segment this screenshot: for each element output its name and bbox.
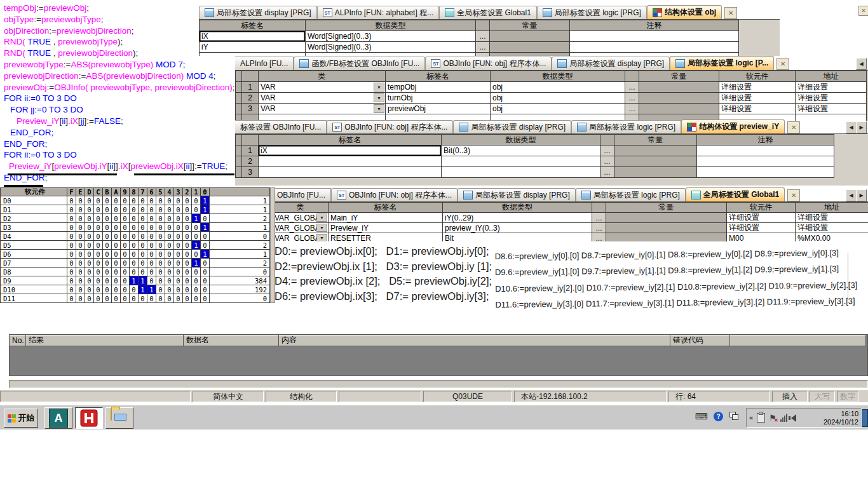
monitor-bit-cell[interactable]: 1 [130, 276, 139, 285]
tab[interactable]: 函数/FB标签设置 OBJInfo [FU... [294, 57, 425, 70]
tab-scroll-left-icon[interactable]: ◀ [846, 121, 857, 133]
monitor-row[interactable]: D800000000000000000 [0, 268, 270, 276]
volume-icon[interactable] [791, 414, 796, 422]
keyboard-icon[interactable]: ⌨ [695, 412, 708, 421]
monitor-bit-cell[interactable]: 0 [165, 250, 174, 259]
monitor-bit-cell[interactable]: 1 [201, 205, 210, 214]
monitor-bit-cell[interactable]: 0 [94, 276, 103, 285]
tab-scroll-right-icon[interactable]: ▶ [856, 189, 867, 201]
monitor-bit-cell[interactable]: 0 [183, 285, 192, 294]
monitor-bit-cell[interactable]: 0 [174, 259, 183, 268]
monitor-bit-cell[interactable]: 0 [121, 250, 130, 259]
detail-dots-button[interactable]: ... [592, 213, 606, 223]
monitor-bit-cell[interactable]: 0 [121, 232, 130, 241]
monitor-bit-cell[interactable]: 0 [139, 223, 147, 232]
monitor-bit-cell[interactable]: 0 [94, 205, 103, 214]
monitor-bit-cell[interactable]: 0 [94, 285, 103, 294]
chevron-down-icon[interactable]: ▼ [316, 234, 327, 241]
monitor-bit-cell[interactable]: 0 [94, 250, 103, 259]
monitor-bit-cell[interactable]: 0 [112, 241, 121, 250]
monitor-bit-cell[interactable]: 0 [121, 259, 130, 268]
monitor-bit-cell[interactable]: 0 [103, 205, 112, 214]
tab[interactable]: ALPInfo [FU... [235, 57, 294, 70]
monitor-bit-cell[interactable]: 0 [165, 196, 174, 205]
monitor-bit-cell[interactable]: 0 [112, 196, 121, 205]
monitor-bit-cell[interactable]: 0 [85, 196, 94, 205]
monitor-bit-cell[interactable]: 0 [165, 205, 174, 214]
monitor-bit-cell[interactable]: 0 [174, 268, 183, 276]
tab-close-button[interactable]: ✕ [787, 121, 800, 133]
monitor-bit-cell[interactable]: 1 [201, 250, 210, 259]
monitor-bit-cell[interactable]: 0 [76, 232, 85, 241]
monitor-bit-cell[interactable]: 1 [192, 241, 201, 250]
monitor-bit-cell[interactable]: 0 [67, 250, 76, 259]
tab[interactable]: 全局标签设置 Global1 [686, 187, 785, 201]
monitor-bit-cell[interactable]: 0 [165, 232, 174, 241]
monitor-bit-cell[interactable]: 0 [201, 241, 210, 250]
monitor-row[interactable]: D700000000000000102 [0, 259, 270, 268]
monitor-bit-cell[interactable]: 0 [67, 232, 76, 241]
monitor-bit-cell[interactable]: 0 [103, 232, 112, 241]
monitor-bit-cell[interactable]: 0 [156, 214, 165, 223]
tab-scroll-right-icon[interactable]: ▶ [856, 121, 867, 133]
monitor-bit-cell[interactable]: 0 [67, 285, 76, 294]
monitor-bit-cell[interactable]: 0 [174, 214, 183, 223]
detail-dots-button[interactable]: ... [625, 104, 639, 114]
monitor-bit-cell[interactable]: 0 [85, 205, 94, 214]
monitor-bit-cell[interactable]: 0 [147, 205, 156, 214]
tab[interactable]: 局部标签设置 logic [P... [670, 56, 774, 70]
window-switcher-icon[interactable] [729, 412, 738, 419]
monitor-bit-cell[interactable]: 0 [147, 196, 156, 205]
taskbar-app-folder[interactable] [105, 407, 133, 429]
detail-dots-button[interactable]: ... [476, 42, 490, 53]
monitor-bit-cell[interactable]: 0 [183, 294, 192, 303]
monitor-bit-cell[interactable]: 0 [147, 214, 156, 223]
monitor-bit-cell[interactable]: 0 [130, 241, 139, 250]
table-cell[interactable]: 详细设置 [796, 82, 867, 93]
monitor-bit-cell[interactable]: 0 [156, 232, 165, 241]
monitor-row[interactable]: D90000000110000000384 [0, 276, 270, 285]
monitor-bit-cell[interactable]: 0 [112, 214, 121, 223]
tab-close-button[interactable]: ✕ [724, 7, 737, 19]
monitor-bit-cell[interactable]: 0 [94, 232, 103, 241]
tab[interactable]: 局部标签设置 display [PRG] [199, 6, 317, 19]
table-cell[interactable]: 详细设置 [796, 93, 867, 104]
monitor-bit-cell[interactable]: 0 [103, 241, 112, 250]
monitor-bit-cell[interactable]: 0 [201, 214, 210, 223]
monitor-bit-cell[interactable]: 0 [85, 276, 94, 285]
monitor-bit-cell[interactable]: 0 [192, 205, 201, 214]
monitor-bit-cell[interactable]: 0 [103, 196, 112, 205]
monitor-bit-cell[interactable]: 0 [156, 268, 165, 276]
monitor-bit-cell[interactable]: 0 [147, 294, 156, 303]
monitor-bit-cell[interactable]: 0 [67, 268, 76, 276]
type-dropdown[interactable]: VAR_GLOBAL▼ [273, 233, 329, 241]
taskbar-app-gx-works[interactable] [75, 407, 103, 429]
monitor-bit-cell[interactable]: 0 [85, 259, 94, 268]
monitor-bit-cell[interactable]: 0 [130, 250, 139, 259]
tab[interactable]: 局部标签设置 display [PRG] [458, 188, 576, 201]
tab-scroll-left-icon[interactable]: ◀ [846, 189, 857, 201]
chevron-down-icon[interactable]: ▼ [316, 214, 327, 222]
monitor-bit-cell[interactable]: 0 [76, 268, 85, 276]
monitor-bit-cell[interactable]: 0 [139, 241, 147, 250]
monitor-bit-cell[interactable]: 0 [130, 205, 139, 214]
table-cell[interactable]: 详细设置 [719, 104, 796, 114]
start-button[interactable]: 开始 [4, 409, 38, 428]
signal-strength-icon[interactable] [780, 414, 787, 422]
monitor-bit-cell[interactable]: 0 [112, 294, 121, 303]
monitor-bit-cell[interactable]: 0 [156, 276, 165, 285]
monitor-bit-cell[interactable]: 0 [103, 259, 112, 268]
monitor-bit-cell[interactable]: 0 [183, 223, 192, 232]
tab-close-button[interactable]: ✕ [787, 189, 800, 201]
monitor-bit-cell[interactable]: 0 [201, 259, 210, 268]
monitor-bit-cell[interactable]: 0 [192, 223, 201, 232]
type-dropdown[interactable]: VAR_GLOBAL▼ [273, 223, 329, 233]
tab[interactable]: STALPInfo [FUN: alphabet] 程... [317, 6, 439, 19]
monitor-bit-cell[interactable]: 0 [103, 276, 112, 285]
monitor-bit-cell[interactable]: 0 [121, 268, 130, 276]
monitor-bit-cell[interactable]: 0 [130, 259, 139, 268]
tab[interactable]: 局部标签设置 display [PRG] [552, 57, 670, 70]
close-icon[interactable]: ✕ [858, 6, 868, 16]
monitor-bit-cell[interactable]: 0 [139, 232, 147, 241]
tab[interactable]: 局部标签设置 logic [PRG] [571, 120, 681, 133]
